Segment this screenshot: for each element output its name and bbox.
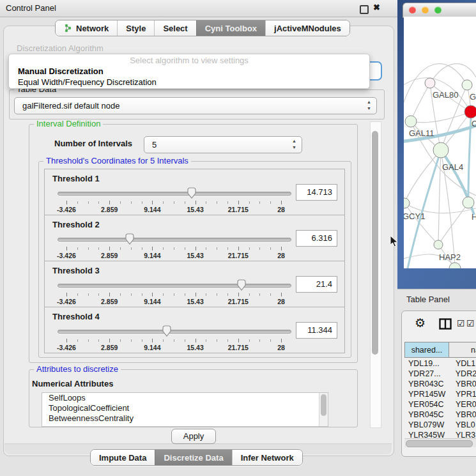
slider-handle[interactable] xyxy=(162,325,172,337)
network-node[interactable] xyxy=(425,78,435,88)
threshold-value-field[interactable]: 6.316 xyxy=(296,230,337,247)
slider-handle[interactable] xyxy=(236,279,247,291)
dropdown-placeholder-item[interactable]: Select algorithm to view settings xyxy=(9,56,369,65)
network-node[interactable] xyxy=(405,116,417,127)
slider-ticks xyxy=(66,339,281,343)
table-row[interactable]: YBL079WYBL0 xyxy=(404,420,476,430)
threshold-slider[interactable]: -3.4262.8599.14415.4321.71528 xyxy=(58,233,290,259)
close-traffic-light[interactable] xyxy=(409,6,416,13)
threshold-value-field[interactable]: 14.713 xyxy=(296,184,337,201)
bottom-tab-bar: Impute Data Discretize Data Infer Networ… xyxy=(90,449,303,466)
dropdown-option-manual[interactable]: Manual Discretization xyxy=(18,66,104,76)
table-cell[interactable]: YBL079W xyxy=(404,420,449,430)
tab-style[interactable]: Style xyxy=(117,20,154,36)
tab-infer-network[interactable]: Infer Network xyxy=(232,450,302,465)
gear-icon[interactable]: ⚙ xyxy=(415,316,426,330)
table-horizontal-scrollbar[interactable] xyxy=(404,438,476,447)
apply-button[interactable]: Apply xyxy=(171,429,216,444)
table-data-combobox[interactable]: galFiltered.sif default node ▲▼ xyxy=(14,97,377,114)
network-node[interactable] xyxy=(449,263,461,268)
minimize-traffic-light[interactable] xyxy=(422,6,429,13)
spinner-stepper-icon[interactable]: ▲▼ xyxy=(292,138,296,151)
table-row[interactable]: YER054CYER0 xyxy=(404,399,476,410)
split-columns-icon[interactable] xyxy=(439,318,452,330)
network-node[interactable] xyxy=(464,105,476,118)
tab-network[interactable]: Network xyxy=(56,20,117,36)
network-node[interactable] xyxy=(434,240,443,249)
attribute-list-item[interactable]: SelfLoops xyxy=(42,393,328,403)
scrollbar-thumb[interactable] xyxy=(321,394,326,416)
scrollbar-thumb[interactable] xyxy=(406,440,473,447)
table-cell[interactable]: YBR0 xyxy=(449,410,476,420)
table-row[interactable]: YBR043CYBR0 xyxy=(404,379,476,389)
threshold-label: Threshold 3 xyxy=(52,266,100,275)
table-cell[interactable]: YDR27... xyxy=(404,369,449,379)
tab-label: Style xyxy=(126,24,146,33)
table-cell[interactable]: YPR1 xyxy=(449,389,476,399)
network-node[interactable] xyxy=(404,198,410,208)
threshold-value-field[interactable]: 11.344 xyxy=(296,322,337,339)
table-cell[interactable]: YBL0 xyxy=(449,420,475,430)
threshold-value-field[interactable]: 21.4 xyxy=(296,276,337,293)
table-cell[interactable]: YDR2 xyxy=(449,369,476,379)
slider-scale-labels: -3.4262.8599.14415.4321.71528 xyxy=(66,298,281,305)
column-header-name[interactable]: name xyxy=(449,342,476,358)
table-row[interactable]: YDR27...YDR2 xyxy=(404,369,476,379)
spinner-value: 5 xyxy=(152,140,157,150)
table-cell[interactable]: YER0 xyxy=(449,399,476,410)
slider-track[interactable] xyxy=(58,238,291,242)
thresholds-group-title: Threshold's Coordinates for 5 Intervals xyxy=(43,157,191,165)
slider-track[interactable] xyxy=(58,330,291,334)
checkbox-icon[interactable]: ☑ xyxy=(466,318,475,328)
column-header-shared-name[interactable]: shared... xyxy=(404,342,449,358)
zoom-traffic-light[interactable] xyxy=(434,6,441,13)
table-cell[interactable]: YDL1 xyxy=(449,358,475,369)
numerical-attributes-list[interactable]: SelfLoopsTopologicalCoefficientBetweenne… xyxy=(42,392,328,427)
dropdown-option-equal-width[interactable]: Equal Width/Frequency Discretization xyxy=(18,77,157,87)
network-node[interactable] xyxy=(462,80,472,90)
network-window-titlebar[interactable] xyxy=(403,3,476,18)
table-row[interactable]: YPR145WYPR1 xyxy=(404,389,476,399)
table-cell[interactable]: YBR043C xyxy=(404,379,449,389)
table-cell[interactable]: YBR045C xyxy=(404,410,449,420)
tab-impute-data[interactable]: Impute Data xyxy=(91,450,155,465)
table-row[interactable]: YBR045CYBR0 xyxy=(404,410,476,420)
close-icon[interactable]: ✖ xyxy=(373,3,380,12)
node-table-panel: ⚙ ☑ ☑ shared... name YDL19...YDL1YDR27..… xyxy=(401,311,476,457)
combo-stepper-icon[interactable]: ▲▼ xyxy=(367,99,371,112)
settings-vertical-scrollbar[interactable] xyxy=(370,121,381,428)
tab-cyni-toolbox[interactable]: Cyni Toolbox xyxy=(196,20,265,36)
threshold-slider[interactable]: -3.4262.8599.14415.4321.71528 xyxy=(58,187,290,213)
network-node[interactable] xyxy=(433,142,449,158)
threshold-slider[interactable]: -3.4262.8599.14415.4321.71528 xyxy=(58,325,290,351)
slider-track[interactable] xyxy=(58,192,291,196)
slider-handle[interactable] xyxy=(125,233,135,245)
algorithm-dropdown-popup: Select algorithm to view settings Manual… xyxy=(8,54,370,89)
table-cell[interactable]: YDL19... xyxy=(404,358,449,369)
table-panel-title: Table Panel xyxy=(406,295,450,304)
tab-jactivemnodules[interactable]: jActiveMNodules xyxy=(265,20,349,36)
checkbox-icon[interactable]: ☑ xyxy=(457,318,465,328)
tab-select[interactable]: Select xyxy=(154,20,196,36)
top-tab-bar: Network Style Select Cyni Toolbox jActiv… xyxy=(55,20,350,36)
threshold-slider[interactable]: -3.4262.8599.14415.4321.71528 xyxy=(58,279,290,305)
table-row[interactable]: YDL19...YDL1 xyxy=(404,358,476,369)
tab-discretize-data[interactable]: Discretize Data xyxy=(155,450,231,465)
table-cell[interactable]: YER054C xyxy=(404,399,449,410)
float-window-icon[interactable] xyxy=(360,5,369,14)
numerical-attributes-label: Numerical Attributes xyxy=(32,379,113,388)
attribute-list-item[interactable]: TopologicalCoefficient xyxy=(42,403,328,413)
slider-handle[interactable] xyxy=(187,187,197,199)
scrollbar-thumb[interactable] xyxy=(372,131,378,355)
slider-track[interactable] xyxy=(58,284,291,288)
table-cell[interactable]: YPR145W xyxy=(404,389,449,399)
number-of-intervals-spinner[interactable]: 5 ▲▼ xyxy=(144,136,302,153)
screen: Control Panel ✖ Network Style Select Cyn… xyxy=(0,0,476,476)
attributes-list-scrollbar[interactable] xyxy=(319,393,328,426)
network-canvas[interactable]: GAL80GACGAL11GAL4GCY1HHAP2 xyxy=(404,17,476,268)
slider-ticks xyxy=(66,293,281,297)
table-cell[interactable]: YBR0 xyxy=(449,379,476,389)
tab-label: Network xyxy=(76,24,109,33)
network-node[interactable] xyxy=(463,197,474,208)
attribute-list-item[interactable]: BetweennessCentrality xyxy=(42,413,328,424)
